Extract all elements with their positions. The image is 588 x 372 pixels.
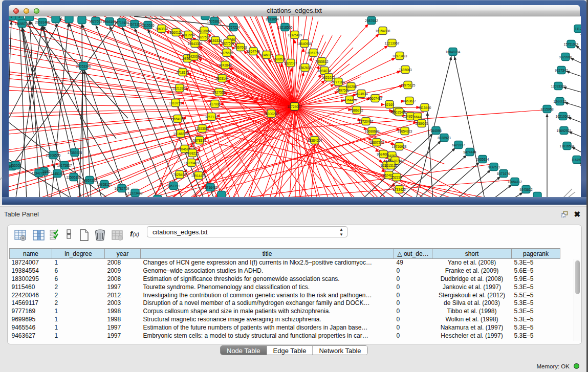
svg-text:1362615: 1362615 [298,66,312,70]
svg-text:19384554: 19384554 [308,139,322,142]
svg-text:23420046: 23420046 [187,55,202,58]
svg-text:12505135: 12505135 [67,176,81,179]
svg-text:11325419: 11325419 [288,33,302,37]
svg-text:9327508: 9327508 [197,35,210,39]
svg-text:12213967: 12213967 [385,41,400,45]
svg-text:10543362: 10543362 [188,42,203,46]
svg-text:18807249: 18807249 [369,141,384,144]
svg-text:19654935: 19654935 [170,117,185,121]
svg-text:12213362: 12213362 [172,86,187,90]
svg-text:10607487: 10607487 [368,97,383,100]
svg-text:16053809: 16053809 [207,19,222,23]
svg-text:8471676: 8471676 [497,172,510,176]
svg-text:19756928: 19756928 [392,145,407,148]
svg-text:20691406: 20691406 [35,20,50,24]
svg-text:10025438: 10025438 [392,111,407,114]
svg-text:2087682: 2087682 [365,19,378,23]
svg-text:417006: 417006 [209,102,221,106]
svg-text:12323448: 12323448 [128,191,143,195]
svg-text:9463627: 9463627 [403,99,416,103]
svg-text:9329966: 9329966 [559,55,572,59]
svg-text:8660124: 8660124 [169,31,183,34]
svg-text:19654923: 19654923 [398,129,412,133]
svg-text:20206556: 20206556 [46,154,61,157]
svg-text:9242848: 9242848 [219,63,232,67]
svg-text:1527602: 1527602 [89,19,102,23]
svg-text:10671355: 10671355 [127,23,142,26]
svg-text:164095: 164095 [430,129,442,133]
svg-text:17353924: 17353924 [68,151,82,155]
svg-text:9227342: 9227342 [555,69,568,72]
svg-text:1: 1 [10,16,12,18]
svg-text:25300233: 25300233 [264,112,279,116]
svg-text:9474444: 9474444 [463,150,476,154]
svg-text:14055721: 14055721 [15,22,30,26]
svg-text:1588520: 1588520 [273,57,286,61]
svg-text:8454749: 8454749 [247,50,260,53]
svg-text:16640910: 16640910 [297,42,312,46]
svg-text:16961758: 16961758 [306,51,321,55]
svg-text:7625402: 7625402 [173,173,186,177]
svg-text:20053346: 20053346 [76,64,91,68]
svg-text:7632621: 7632621 [487,165,500,169]
svg-text:11353594: 11353594 [195,127,210,130]
svg-text:9777169: 9777169 [332,80,345,84]
svg-text:19958127: 19958127 [97,183,112,186]
svg-text:8427552: 8427552 [212,91,226,94]
svg-text:6644: 6644 [414,115,422,119]
svg-text:9327508: 9327508 [221,41,234,45]
svg-text:1733426: 1733426 [393,188,406,191]
svg-text:2803144: 2803144 [215,77,229,80]
svg-text:7386372: 7386372 [350,108,363,112]
svg-text:12975125: 12975125 [401,83,416,87]
svg-text:12093322: 12093322 [551,84,566,88]
svg-text:25226058: 25226058 [197,29,212,33]
svg-text:19175857: 19175857 [57,164,72,167]
svg-text:3267130: 3267130 [205,115,218,119]
svg-text:10973493: 10973493 [393,54,407,58]
svg-text:2: 2 [18,16,20,18]
svg-text:1615132: 1615132 [384,164,398,167]
svg-text:8912954: 8912954 [182,33,195,37]
svg-text:1010755: 1010755 [169,101,182,105]
svg-text:10654112: 10654112 [508,180,522,184]
svg-text:16154838: 16154838 [376,29,390,33]
svg-text:16099489: 16099489 [184,161,199,165]
svg-text:16210643: 16210643 [556,115,571,118]
svg-text:252234: 252234 [391,176,402,179]
svg-text:7955812: 7955812 [315,60,329,63]
svg-text:453001: 453001 [10,164,21,167]
svg-text:1112: 1112 [575,27,581,31]
svg-text:3215958: 3215958 [540,107,554,111]
svg-text:15751074: 15751074 [564,42,579,46]
svg-text:6479197: 6479197 [452,143,465,147]
svg-text:7663822: 7663822 [155,27,168,31]
svg-text:116753: 116753 [571,158,581,162]
svg-text:5322037: 5322037 [284,61,297,65]
svg-text:1145193: 1145193 [51,172,64,176]
svg-text:1621022: 1621022 [322,76,335,79]
svg-text:5498222: 5498222 [186,151,199,155]
svg-text:16848784: 16848784 [446,50,461,54]
svg-text:5878334: 5878334 [193,139,206,142]
svg-text:17957225: 17957225 [82,179,97,182]
svg-text:9245612: 9245612 [519,188,533,191]
svg-text:746206: 746206 [345,85,357,89]
svg-text:7485063: 7485063 [399,68,412,72]
svg-text:16914479: 16914479 [191,174,206,178]
svg-text:15716485: 15716485 [203,186,218,189]
svg-text:1089605: 1089605 [415,122,428,125]
svg-text:2935114: 2935114 [476,158,489,161]
svg-text:8186328: 8186328 [209,39,222,42]
svg-text:18720407: 18720407 [359,120,374,123]
svg-text:1244415: 1244415 [553,100,567,103]
svg-text:20364436: 20364436 [342,98,357,102]
svg-text:10688609: 10688609 [365,129,380,133]
svg-text:9457791: 9457791 [167,184,180,188]
svg-text:17016504: 17016504 [560,144,575,148]
svg-text:8813054: 8813054 [266,17,279,21]
svg-text:12342757: 12342757 [32,171,47,175]
svg-text:8938923: 8938923 [438,136,451,140]
svg-text:18724007: 18724007 [287,105,302,108]
svg-text:2367608: 2367608 [234,46,247,49]
